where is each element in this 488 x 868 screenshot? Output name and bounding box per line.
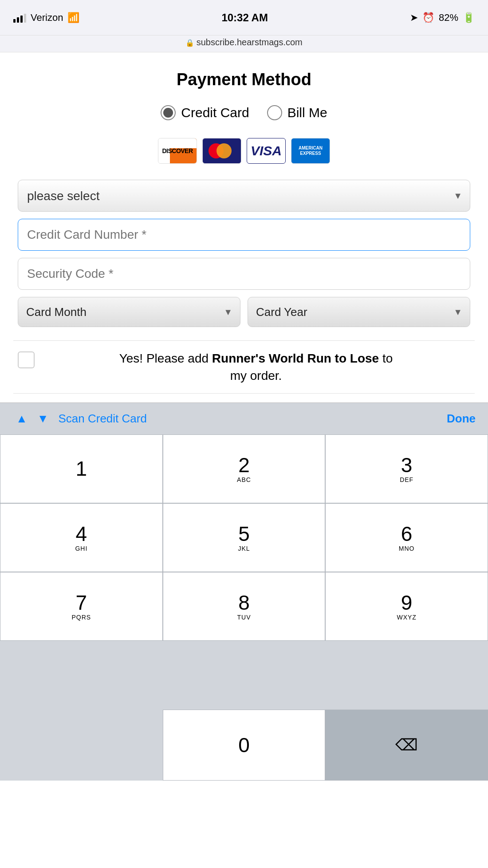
key-2[interactable]: 2 ABC <box>163 434 326 503</box>
discover-logo: DISCOVER <box>158 138 197 164</box>
key-4-label: 4 <box>76 524 87 544</box>
alarm-icon: ⏰ <box>422 12 434 24</box>
addon-checkbox-row: Yes! Please add Runner's World Run to Lo… <box>13 340 475 394</box>
bar2 <box>17 17 19 23</box>
bar3 <box>20 16 23 23</box>
visa-text: VISA <box>251 143 282 158</box>
toolbar-up-button[interactable]: ▲ <box>12 409 31 428</box>
carrier-label: Verizon <box>31 12 63 24</box>
card-logos: DISCOVER VISA AMERICANEXPRESS <box>13 138 475 164</box>
key-5[interactable]: 5 JKL <box>163 503 326 572</box>
bill-me-option[interactable]: Bill Me <box>267 105 327 120</box>
bar4 <box>24 14 26 23</box>
mastercard-logo <box>202 138 241 164</box>
numeric-keyboard: 1 2 ABC 3 DEF 4 GHI 5 JKL 6 MNO 7 PQRS 8… <box>0 434 488 710</box>
addon-text2: to <box>379 351 393 365</box>
mc-orange-circle <box>216 143 232 158</box>
amex-text: AMERICANEXPRESS <box>299 146 323 156</box>
addon-checkbox[interactable] <box>18 351 35 368</box>
security-code-input[interactable] <box>18 258 470 290</box>
card-number-input[interactable] <box>18 219 470 251</box>
time-display: 10:32 AM <box>221 12 268 24</box>
key-8-label: 8 <box>238 592 250 613</box>
key-4[interactable]: 4 GHI <box>0 503 163 572</box>
lock-icon: 🔒 <box>185 39 194 47</box>
key-2-label: 2 <box>238 455 250 475</box>
main-content: Payment Method Credit Card Bill Me DISCO… <box>0 52 488 402</box>
key-empty <box>0 710 163 781</box>
key-3-sub: DEF <box>400 476 413 483</box>
signal-bars <box>13 13 26 23</box>
key-1-label: 1 <box>76 458 87 479</box>
credit-card-radio[interactable] <box>161 105 176 120</box>
key-0-label: 0 <box>238 735 250 755</box>
key-5-label: 5 <box>238 524 250 544</box>
key-6[interactable]: 6 MNO <box>325 503 488 572</box>
addon-bold: Runner's World Run to Lose <box>212 351 379 365</box>
card-type-select[interactable]: please select <box>18 180 470 212</box>
url-bar: 🔒 subscribe.hearstmags.com <box>0 36 488 52</box>
status-right: ➤ ⏰ 82% 🔋 <box>410 12 475 24</box>
key-6-label: 6 <box>401 524 413 544</box>
status-bar: Verizon 📶 10:32 AM ➤ ⏰ 82% 🔋 <box>0 0 488 36</box>
credit-card-label: Credit Card <box>181 105 249 120</box>
form-section: please select ▼ Card Month ▼ Card Year ▼ <box>13 180 475 327</box>
key-9[interactable]: 9 WXYZ <box>325 572 488 641</box>
key-1[interactable]: 1 <box>0 434 163 503</box>
key-delete[interactable]: ⌫ <box>325 710 488 781</box>
key-2-sub: ABC <box>237 476 251 483</box>
card-year-select[interactable]: Card Year <box>248 297 470 327</box>
key-8[interactable]: 8 TUV <box>163 572 326 641</box>
key-6-sub: MNO <box>399 545 415 552</box>
key-0[interactable]: 0 <box>163 710 326 781</box>
addon-text1: Yes! Please add <box>119 351 212 365</box>
key-7-sub: PQRS <box>71 614 91 621</box>
toolbar-down-button[interactable]: ▼ <box>34 409 52 428</box>
addon-line2: my order. <box>230 369 282 383</box>
key-3[interactable]: 3 DEF <box>325 434 488 503</box>
battery-percent: 82% <box>439 12 458 24</box>
key-9-label: 9 <box>401 592 413 613</box>
done-button[interactable]: Done <box>447 412 476 426</box>
card-date-row: Card Month ▼ Card Year ▼ <box>18 297 470 327</box>
key-7-label: 7 <box>76 592 87 613</box>
toolbar-nav-group: ▲ ▼ Scan Credit Card <box>12 409 147 428</box>
bar1 <box>13 19 16 23</box>
payment-method-row: Credit Card Bill Me <box>13 105 475 120</box>
keyboard-last-row: 0 ⌫ <box>0 710 488 781</box>
card-month-select[interactable]: Card Month <box>18 297 240 327</box>
amex-logo: AMERICANEXPRESS <box>291 138 330 164</box>
scan-credit-card-button[interactable]: Scan Credit Card <box>58 412 146 426</box>
key-4-sub: GHI <box>75 545 87 552</box>
url-text: subscribe.hearstmags.com <box>197 37 303 47</box>
status-left: Verizon 📶 <box>13 12 79 24</box>
key-9-sub: WXYZ <box>397 614 416 621</box>
delete-icon: ⌫ <box>395 736 418 754</box>
addon-checkbox-text: Yes! Please add Runner's World Run to Lo… <box>42 350 470 384</box>
card-month-wrapper: Card Month ▼ <box>18 297 240 327</box>
visa-logo: VISA <box>247 138 286 164</box>
bill-me-label: Bill Me <box>287 105 327 120</box>
battery-icon: 🔋 <box>463 12 475 24</box>
bill-me-radio[interactable] <box>267 105 282 120</box>
key-3-label: 3 <box>401 455 413 475</box>
credit-card-option[interactable]: Credit Card <box>161 105 249 120</box>
key-8-sub: TUV <box>237 614 251 621</box>
card-type-wrapper: please select ▼ <box>18 180 470 212</box>
keyboard-toolbar: ▲ ▼ Scan Credit Card Done <box>0 402 488 434</box>
card-year-wrapper: Card Year ▼ <box>248 297 470 327</box>
key-7[interactable]: 7 PQRS <box>0 572 163 641</box>
page-title: Payment Method <box>13 70 475 89</box>
wifi-icon: 📶 <box>67 12 79 24</box>
location-icon: ➤ <box>410 12 418 24</box>
key-5-sub: JKL <box>238 545 250 552</box>
